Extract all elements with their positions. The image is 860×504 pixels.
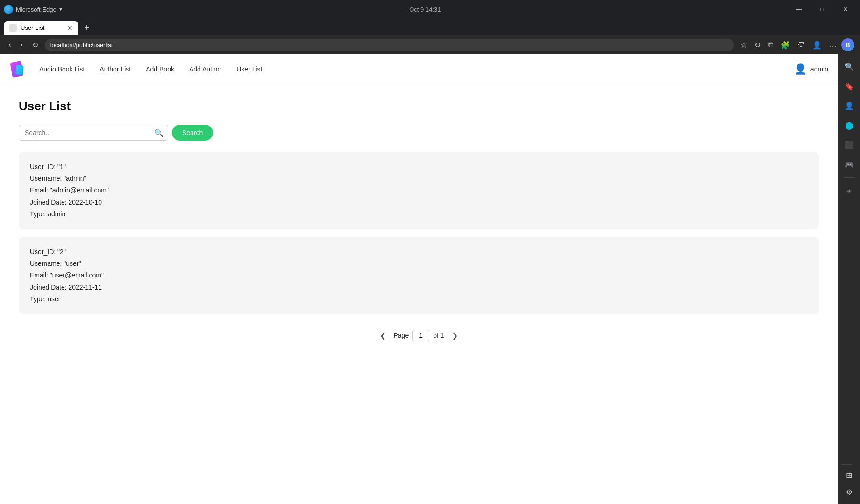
pagination: ❮ Page of 1 ❯ [19,329,819,342]
security-icon[interactable]: 🛡 [795,39,808,51]
app-logo [9,60,28,78]
user-card: User_ID: "2" Username: "user" Email: "us… [19,237,819,314]
split-view-icon[interactable]: ⧉ [765,39,776,51]
user-type-field: Type: admin [30,208,808,220]
tab-favicon [9,24,17,32]
sidebar-bookmark-icon[interactable]: 🔖 [841,78,858,94]
user-cards-container: User_ID: "1" Username: "admin" Email: "a… [19,152,819,314]
forward-button[interactable]: › [17,39,25,51]
address-bar: ‹ › ↻ ☆ ↻ ⧉ 🧩 🛡 👤 … B [0,35,860,54]
search-input-wrapper: 🔍 [19,125,168,141]
favorites-icon[interactable]: ☆ [738,39,750,51]
new-tab-button[interactable]: + [80,21,93,35]
username-display: admin [810,65,828,73]
user-id-field: User_ID: "1" [30,161,808,173]
user-profile-icon[interactable]: 👤 [810,39,824,51]
tab-close-button[interactable]: ✕ [67,24,73,32]
nav-audio-book-list[interactable]: Audio Book List [39,64,85,75]
tab-title: User List [21,24,64,31]
user-joined-field: Joined Date: 2022-11-11 [30,282,808,293]
extensions-icon[interactable]: 🧩 [778,39,793,51]
refresh-button[interactable]: ↻ [29,39,41,51]
user-email-field: Email: "admin@email.com" [30,185,808,196]
dropdown-arrow[interactable]: ▾ [59,6,62,13]
main-content: Audio Book List Author List Add Book Add… [0,54,838,504]
sidebar-office-icon[interactable]: ⬛ [841,136,858,153]
user-joined-field: Joined Date: 2022-10-10 [30,197,808,208]
toolbar-icons: ☆ ↻ ⧉ 🧩 🛡 👤 … B [738,38,854,51]
address-input[interactable] [45,39,734,51]
page-number-input[interactable] [412,330,429,341]
search-icon[interactable]: 🔍 [154,128,163,137]
search-bar: 🔍 Search [19,125,819,141]
nav-add-author[interactable]: Add Author [189,64,221,75]
of-label: of 1 [433,332,444,339]
profile-refresh-icon[interactable]: ↻ [752,39,763,51]
edge-logo-icon [4,5,13,14]
sidebar-divider [844,177,855,178]
search-button[interactable]: Search [172,125,213,141]
user-id-field: User_ID: "2" [30,246,808,258]
user-card: User_ID: "1" Username: "admin" Email: "a… [19,152,819,229]
page-title: User List [19,99,819,114]
close-button[interactable]: ✕ [835,3,856,16]
sidebar-add-icon[interactable]: + [841,183,858,199]
page-content: User List 🔍 Search User_ID: "1" Username… [0,84,838,357]
user-username-field: Username: "user" [30,258,808,270]
user-username-field: Username: "admin" [30,173,808,185]
search-input[interactable] [19,125,168,141]
sidebar-settings-icon[interactable]: ⚙ [841,483,858,500]
nav-right: 👤 admin [794,63,828,75]
user-type-field: Type: user [30,293,808,305]
nav-author-list[interactable]: Author List [100,64,131,75]
prev-page-button[interactable]: ❮ [376,329,390,342]
nav-add-book[interactable]: Add Book [146,64,174,75]
sidebar-user-icon[interactable]: 👤 [841,97,858,114]
next-page-button[interactable]: ❯ [448,329,462,342]
active-tab[interactable]: User List ✕ [4,21,78,35]
browser-name: Microsoft Edge [16,6,57,13]
user-email-field: Email: "user@email.com" [30,270,808,281]
sidebar-search-icon[interactable]: 🔍 [841,58,858,75]
minimize-button[interactable]: — [788,3,810,16]
app-navbar: Audio Book List Author List Add Book Add… [0,54,838,84]
user-account-icon: 👤 [794,63,807,75]
sidebar-layout-icon[interactable]: ⊞ [841,467,858,483]
back-button[interactable]: ‹ [6,39,14,51]
nav-links: Audio Book List Author List Add Book Add… [39,64,262,75]
page-label: Page [393,332,409,339]
window-controls: — □ ✕ [788,3,856,16]
nav-user-list[interactable]: User List [236,64,262,75]
menu-button[interactable]: … [826,39,839,51]
logo-shape [9,60,28,78]
sidebar-divider-bottom [841,464,852,465]
tab-bar: User List ✕ + [0,19,860,35]
right-sidebar: 🔍 🔖 👤 ⬤ ⬛ 🎮 + ⊞ ⚙ [838,54,860,504]
sidebar-edge-icon[interactable]: ⬤ [841,117,858,134]
edge-logo: Microsoft Edge ▾ [4,5,62,14]
maximize-button[interactable]: □ [811,3,833,16]
clock: Oct 9 14:31 [409,6,441,13]
edge-profile-button[interactable]: B [841,38,854,51]
sidebar-games-icon[interactable]: 🎮 [841,156,858,173]
